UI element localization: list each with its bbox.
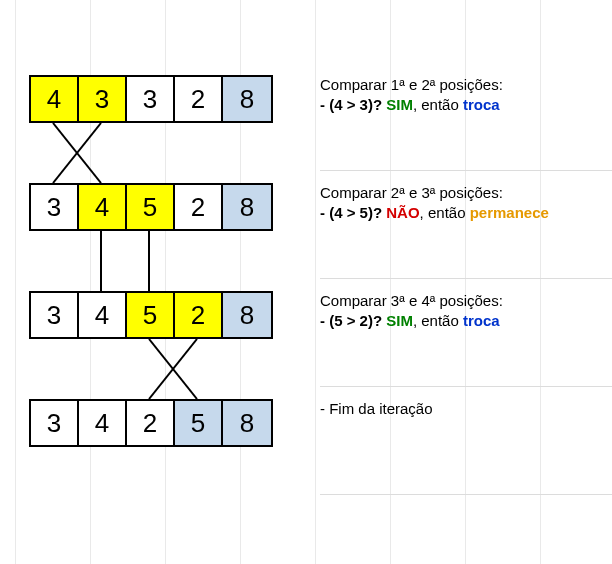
caption-detail: - (4 > 3)? SIM, então troca (320, 95, 503, 115)
caption-row-4: - Fim da iteração (320, 399, 433, 419)
divider-3 (320, 386, 612, 387)
cmp-result: NÃO (386, 204, 419, 221)
cmp-action: permanece (470, 204, 549, 221)
cell-1-0: 4 (31, 77, 79, 121)
cell-3-3: 2 (175, 293, 223, 337)
svg-line-4 (149, 339, 197, 399)
cell-4-3: 5 (175, 401, 223, 445)
caption-row-3: Comparar 3ª e 4ª posições: - (5 > 2)? SI… (320, 291, 503, 331)
cmp-result: SIM (386, 96, 413, 113)
cmp-mid: , então (413, 96, 463, 113)
caption-title: - Fim da iteração (320, 399, 433, 419)
connector-2-3-stay (29, 231, 273, 291)
array-row-3: 3 4 5 2 8 (29, 291, 273, 339)
divider-1 (320, 170, 612, 171)
cell-2-1: 4 (79, 185, 127, 229)
caption-title: Comparar 3ª e 4ª posições: (320, 291, 503, 311)
cmp-expr: - (5 > 2)? (320, 312, 386, 329)
cell-4-2: 2 (127, 401, 175, 445)
cell-2-2: 5 (127, 185, 175, 229)
cell-4-0: 3 (31, 401, 79, 445)
cell-1-3: 2 (175, 77, 223, 121)
caption-detail: - (5 > 2)? SIM, então troca (320, 311, 503, 331)
cell-2-0: 3 (31, 185, 79, 229)
caption-row-2: Comparar 2ª e 3ª posições: - (4 > 5)? NÃ… (320, 183, 549, 223)
svg-line-5 (149, 339, 197, 399)
cmp-mid: , então (420, 204, 470, 221)
connector-3-4-swap (29, 339, 273, 399)
cell-3-1: 4 (79, 293, 127, 337)
cmp-expr: - (4 > 5)? (320, 204, 386, 221)
divider-2 (320, 278, 612, 279)
divider-4 (320, 494, 612, 495)
caption-detail: - (4 > 5)? NÃO, então permanece (320, 203, 549, 223)
array-row-2: 3 4 5 2 8 (29, 183, 273, 231)
cell-4-4: 8 (223, 401, 271, 445)
svg-line-0 (53, 123, 101, 183)
caption-title: Comparar 2ª e 3ª posições: (320, 183, 549, 203)
cmp-expr: - (4 > 3)? (320, 96, 386, 113)
cmp-action: troca (463, 96, 500, 113)
cell-1-2: 3 (127, 77, 175, 121)
caption-row-1: Comparar 1ª e 2ª posições: - (4 > 3)? SI… (320, 75, 503, 115)
svg-line-1 (53, 123, 101, 183)
cmp-result: SIM (386, 312, 413, 329)
cell-3-4: 8 (223, 293, 271, 337)
cmp-mid: , então (413, 312, 463, 329)
cell-2-3: 2 (175, 185, 223, 229)
cell-1-1: 3 (79, 77, 127, 121)
caption-title: Comparar 1ª e 2ª posições: (320, 75, 503, 95)
array-row-4: 3 4 2 5 8 (29, 399, 273, 447)
cell-2-4: 8 (223, 185, 271, 229)
bubble-sort-iteration-diagram: 4 3 3 2 8 3 4 5 2 8 3 4 5 2 8 (0, 0, 612, 564)
connector-1-2-swap (29, 123, 273, 183)
cmp-action: troca (463, 312, 500, 329)
cell-1-4: 8 (223, 77, 271, 121)
cell-3-2: 5 (127, 293, 175, 337)
cell-3-0: 3 (31, 293, 79, 337)
cell-4-1: 4 (79, 401, 127, 445)
array-row-1: 4 3 3 2 8 (29, 75, 273, 123)
